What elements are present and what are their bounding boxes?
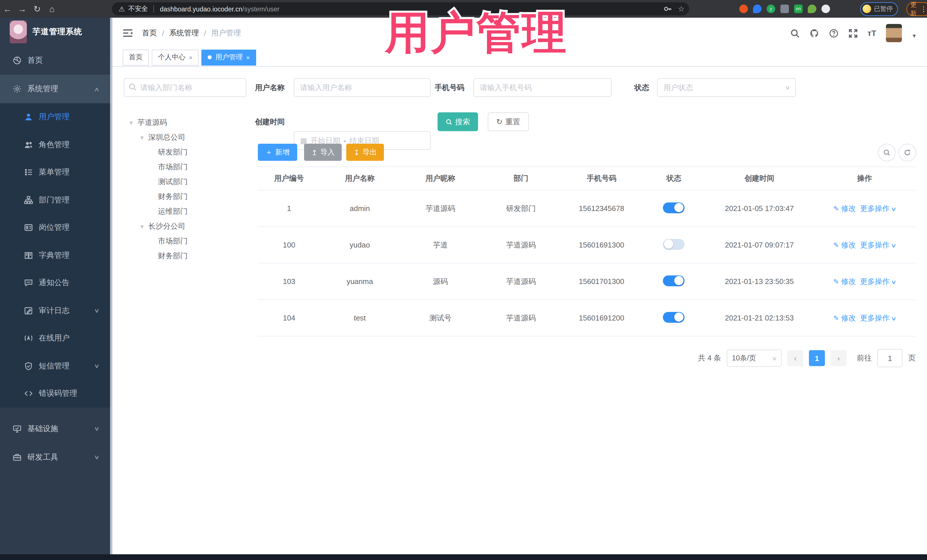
dept-search-input[interactable] [124,78,246,97]
home-icon[interactable]: ⌂ [44,0,59,18]
breadcrumb-system[interactable]: 系统管理 [169,28,199,38]
next-page-button[interactable]: › [831,350,846,366]
green-y-extension-icon[interactable]: y [767,5,775,13]
forward-icon[interactable]: → [15,0,30,18]
orange-circle-extension-icon[interactable] [739,5,748,13]
app-logo-row[interactable]: 芋道管理系统 [0,18,112,46]
export-button[interactable]: ↧导出 [346,144,384,161]
status-toggle[interactable] [663,275,685,286]
grid-extension-icon[interactable] [780,5,789,13]
profile-paused-badge[interactable]: 已暂停 [860,2,898,16]
reset-button[interactable]: ↻ 重置 [488,112,529,131]
browser-menu-icon[interactable]: ⋮ [920,5,927,13]
pin-extension-icon[interactable] [808,5,816,13]
tab-home[interactable]: 首页 [123,49,149,65]
column-header: 用户名称 [320,167,399,190]
page-1-button[interactable]: 1 [809,350,825,366]
status-toggle[interactable] [663,202,685,213]
page-size-select[interactable]: 10条/页 ∨ [727,349,781,367]
cell-mobile: 15601691200 [561,300,643,336]
breadcrumb-home[interactable]: 首页 [142,28,157,38]
blue-gem-extension-icon[interactable] [753,5,761,13]
key-icon[interactable] [664,5,672,13]
font-size-icon[interactable]: тT [868,29,876,38]
toggle-search-button[interactable] [878,144,896,161]
sidebar-item-user-management[interactable]: 用户管理 [0,103,112,131]
book-icon [24,251,33,260]
dept-tree-node[interactable]: 运维部门 [124,204,246,219]
reload-icon[interactable]: ↻ [30,0,44,18]
import-button[interactable]: ↥导入 [304,144,342,161]
dept-tree-node[interactable]: 市场部门 [124,234,246,249]
tree-expand-caret-icon[interactable]: ▼ [128,120,134,126]
sidebar-item-post-management[interactable]: 岗位管理 [0,214,112,241]
user-avatar[interactable] [886,24,902,42]
status-toggle[interactable] [663,312,685,322]
more-actions-link[interactable]: 更多操作 ∨ [860,204,896,212]
edit-link[interactable]: ✎ 修改 [833,204,856,212]
sidebar-item-dev-tools[interactable]: 研发工具∨ [0,443,112,471]
more-actions-link[interactable]: 更多操作 ∨ [860,277,896,285]
update-label: 更新 [910,0,917,17]
switch-on-extension-icon[interactable]: on [794,5,802,13]
sidebar-item-dept-management[interactable]: 部门管理 [0,186,112,214]
tab-profile[interactable]: 个人中心× [152,49,199,65]
refresh-button[interactable] [898,144,916,161]
sidebar-item-home[interactable]: 首页 [0,46,112,75]
sidebar-item-role-management[interactable]: 角色管理 [0,131,112,159]
dept-tree-node[interactable]: ▼长沙分公司 [124,219,246,234]
user-icon [24,112,33,122]
dept-tree-node[interactable]: 研发部门 [124,145,246,160]
edit-link[interactable]: ✎ 修改 [833,313,856,322]
goto-page-input[interactable] [877,349,903,367]
dept-tree-node[interactable]: 财务部门 [124,249,246,264]
github-icon[interactable] [809,28,819,38]
chrome-update-button[interactable]: 更新 ⋮ [906,2,927,16]
sidebar-item-error-code-management[interactable]: 错误码管理 [0,380,112,407]
collapse-sidebar-icon[interactable] [123,29,133,38]
search-icon[interactable] [790,28,799,38]
username-label: 用户名称 [255,83,285,93]
plus-icon: ＋ [265,147,272,157]
prev-page-button[interactable]: ‹ [787,350,803,366]
cell-username: yuanma [320,263,399,300]
fullscreen-icon[interactable] [848,28,858,38]
dept-tree-node[interactable]: 财务部门 [124,189,246,204]
status-toggle[interactable] [663,239,685,249]
close-tab-icon[interactable]: × [189,54,193,61]
more-actions-link[interactable]: 更多操作 ∨ [860,240,896,249]
status-select[interactable]: 用户状态 ∨ [657,78,796,97]
close-tab-icon[interactable]: × [246,54,250,61]
sidebar-item-menu-management[interactable]: 菜单管理 [0,159,112,186]
sidebar-item-infrastructure[interactable]: 基础设施∨ [0,414,112,443]
sidebar-item-audit-log[interactable]: 审计日志∨ [0,297,112,325]
sidebar-item-online-users[interactable]: 在线用户 [0,325,112,352]
add-button[interactable]: ＋新增 [258,144,297,161]
bookmark-star-icon[interactable]: ☆ [678,5,685,13]
more-actions-link[interactable]: 更多操作 ∨ [860,313,896,322]
search-button[interactable]: 搜索 [438,112,478,131]
tab-user-management[interactable]: 用户管理× [202,49,256,65]
dept-tree-node[interactable]: 市场部门 [124,160,246,175]
sidebar-item-sms-management[interactable]: 短信管理∨ [0,352,112,380]
search-button-icon [445,118,452,125]
edit-link[interactable]: ✎ 修改 [833,277,856,285]
tree-expand-caret-icon[interactable]: ▼ [139,223,145,229]
sidebar-scrollbar[interactable] [110,18,112,554]
mobile-input[interactable] [474,78,611,97]
username-input[interactable] [294,78,431,97]
help-icon[interactable] [828,28,838,38]
back-icon[interactable]: ← [0,0,15,18]
sidebar-item-dict-management[interactable]: 字典管理 [0,241,112,269]
sidebar-item-system-management[interactable]: 系统管理∧ [0,75,112,103]
tree-expand-caret-icon[interactable]: ▼ [139,134,145,141]
dept-tree-node[interactable]: ▼深圳总公司 [124,130,246,145]
sidebar-item-notice-announcement[interactable]: 通知公告 [0,269,112,297]
cell-dept: 芋道源码 [482,227,561,263]
puzzle-extension-icon[interactable] [821,5,830,13]
edit-link[interactable]: ✎ 修改 [833,240,856,249]
avatar-dropdown-caret-icon[interactable]: ▼ [912,33,917,39]
dept-tree-node[interactable]: 测试部门 [124,175,246,189]
dept-tree-node[interactable]: ▼芋道源码 [124,115,246,130]
cell-mobile: 15601701300 [561,263,643,300]
